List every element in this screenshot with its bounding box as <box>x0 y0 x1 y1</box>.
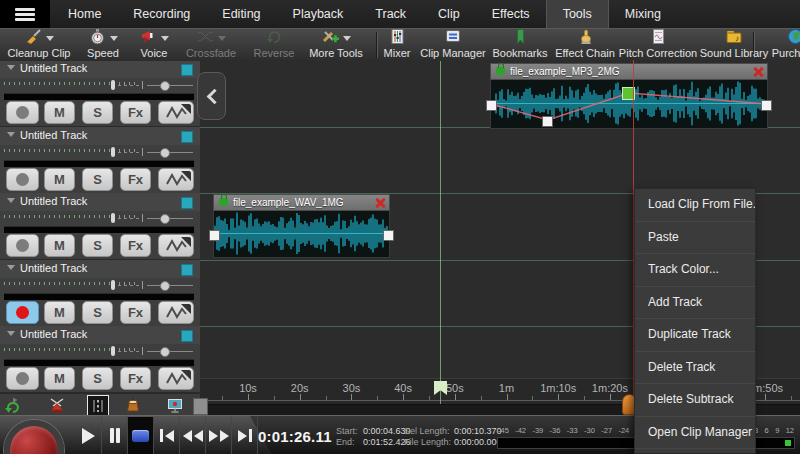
envelope-node[interactable] <box>542 116 553 127</box>
pan-slider-handle[interactable] <box>160 214 170 224</box>
volume-slider-handle[interactable] <box>111 80 115 90</box>
toolbar-item-purchase[interactable]: Purchase <box>747 30 800 60</box>
track-color-swatch[interactable] <box>181 131 193 143</box>
mute-button[interactable]: M <box>44 367 75 390</box>
fx-button[interactable]: Fx <box>120 101 151 124</box>
solo-button[interactable]: S <box>82 367 113 390</box>
track-header[interactable]: Untitled Track <box>0 60 200 78</box>
track-record-button[interactable] <box>6 234 39 257</box>
track-record-button[interactable] <box>6 367 39 390</box>
context-menu-item-delete-subtrack[interactable]: Delete Subtrack <box>635 384 755 417</box>
track-header[interactable]: Untitled Track <box>0 193 200 211</box>
track-color-swatch[interactable] <box>181 197 193 209</box>
bookmark-icon <box>512 28 529 49</box>
stop-button[interactable] <box>128 417 154 454</box>
solo-button[interactable]: S <box>82 168 113 191</box>
collapse-panel-button[interactable] <box>197 72 226 120</box>
track-record-button[interactable] <box>6 301 39 324</box>
drums-icon[interactable] <box>47 395 67 415</box>
context-menu-item-track-color[interactable]: Track Color... <box>635 254 755 287</box>
menu-tab-mixing[interactable]: Mixing <box>609 0 677 28</box>
track-record-button[interactable] <box>6 101 39 124</box>
clip-left-handle[interactable] <box>209 230 220 241</box>
waveform-view-button[interactable] <box>158 234 194 257</box>
skip-to-end-button[interactable] <box>232 417 258 454</box>
track-header[interactable]: Untitled Track <box>0 326 200 344</box>
waveform-view-button[interactable] <box>158 301 194 324</box>
volume-slider-handle[interactable] <box>111 346 115 356</box>
menu-tab-tools[interactable]: Tools <box>546 0 609 28</box>
track-color-swatch[interactable] <box>181 264 193 276</box>
rewind-button[interactable] <box>180 417 206 454</box>
clip-header[interactable]: file_example_MP3_2MG <box>490 63 768 80</box>
collapse-chevron-icon[interactable] <box>7 198 15 203</box>
collapse-chevron-icon[interactable] <box>7 331 15 336</box>
audio-clip-mp3[interactable]: file_example_MP3_2MG <box>490 63 768 129</box>
loop-icon[interactable] <box>3 395 23 415</box>
pan-slider-handle[interactable] <box>160 148 170 158</box>
context-menu-item-add-track[interactable]: Add Track <box>635 287 755 320</box>
collapse-chevron-icon[interactable] <box>7 132 15 137</box>
mute-button[interactable]: M <box>44 168 75 191</box>
menu-tab-playback[interactable]: Playback <box>277 0 360 28</box>
volume-slider-handle[interactable] <box>111 280 115 290</box>
clip-left-handle[interactable] <box>486 100 497 111</box>
track-header[interactable]: Untitled Track <box>0 260 200 278</box>
context-menu-item-load-clip-from-file[interactable]: Load Clip From File... <box>635 189 755 222</box>
road-icon[interactable] <box>87 395 109 417</box>
pause-button[interactable] <box>102 417 128 454</box>
menu-tab-recording[interactable]: Recording <box>117 0 206 28</box>
clip-header[interactable]: file_example_WAV_1MG <box>213 194 390 211</box>
skip-to-start-button[interactable] <box>154 417 180 454</box>
solo-button[interactable]: S <box>82 101 113 124</box>
mute-button[interactable]: M <box>44 234 75 257</box>
fx-button[interactable]: Fx <box>120 168 151 191</box>
fx-button[interactable]: Fx <box>120 301 151 324</box>
ruler-label-1m:10s: 1m:10s <box>540 382 576 394</box>
pan-slider-handle[interactable] <box>160 347 170 357</box>
clip-close-icon[interactable] <box>374 197 386 209</box>
audio-clip-wav[interactable]: file_example_WAV_1MG <box>213 194 390 258</box>
context-menu-item-paste[interactable]: Paste <box>635 222 755 255</box>
collapse-chevron-icon[interactable] <box>7 65 15 70</box>
menu-tab-home[interactable]: Home <box>52 0 117 28</box>
waveform-view-button[interactable] <box>158 168 194 191</box>
solo-button[interactable]: S <box>82 234 113 257</box>
waveform-view-button[interactable] <box>158 101 194 124</box>
fast-forward-button[interactable] <box>206 417 232 454</box>
pan-slider-handle[interactable] <box>160 81 170 91</box>
bongo-icon[interactable] <box>123 395 143 415</box>
clip-close-icon[interactable] <box>752 66 764 78</box>
fx-button[interactable]: Fx <box>120 234 151 257</box>
clip-right-handle[interactable] <box>761 100 772 111</box>
hamburger-menu-button[interactable] <box>0 0 50 28</box>
context-menu-item-open-clip-manager[interactable]: Open Clip Manager <box>635 417 755 450</box>
solo-button[interactable]: S <box>82 301 113 324</box>
volume-slider-handle[interactable] <box>111 147 115 157</box>
track-2: Untitled TrackMSFx <box>0 127 200 194</box>
play-button[interactable] <box>76 417 102 454</box>
context-menu-item-clear-selection[interactable]: Clear Selection <box>635 449 755 454</box>
volume-slider-handle[interactable] <box>111 213 115 223</box>
menu-tab-clip[interactable]: Clip <box>422 0 476 28</box>
context-menu-item-delete-track[interactable]: Delete Track <box>635 352 755 385</box>
track-color-swatch[interactable] <box>181 64 193 76</box>
menu-tab-editing[interactable]: Editing <box>206 0 276 28</box>
pan-slider-handle[interactable] <box>160 281 170 291</box>
panel-scrollbar-corner[interactable] <box>193 398 208 415</box>
fx-button[interactable]: Fx <box>120 367 151 390</box>
collapse-chevron-icon[interactable] <box>7 265 15 270</box>
waveform-view-button[interactable] <box>158 367 194 390</box>
track-header[interactable]: Untitled Track <box>0 127 200 145</box>
track-record-button[interactable] <box>6 168 39 191</box>
screen-icon[interactable] <box>165 395 185 415</box>
slider-separator <box>142 81 143 89</box>
clip-right-handle[interactable] <box>383 230 394 241</box>
context-menu-item-duplicate-track[interactable]: Duplicate Track <box>635 319 755 352</box>
menu-tab-effects[interactable]: Effects <box>476 0 546 28</box>
menu-tab-track[interactable]: Track <box>359 0 422 28</box>
clip-waveform[interactable] <box>213 211 390 258</box>
mute-button[interactable]: M <box>44 301 75 324</box>
track-color-swatch[interactable] <box>181 330 193 342</box>
mute-button[interactable]: M <box>44 101 75 124</box>
